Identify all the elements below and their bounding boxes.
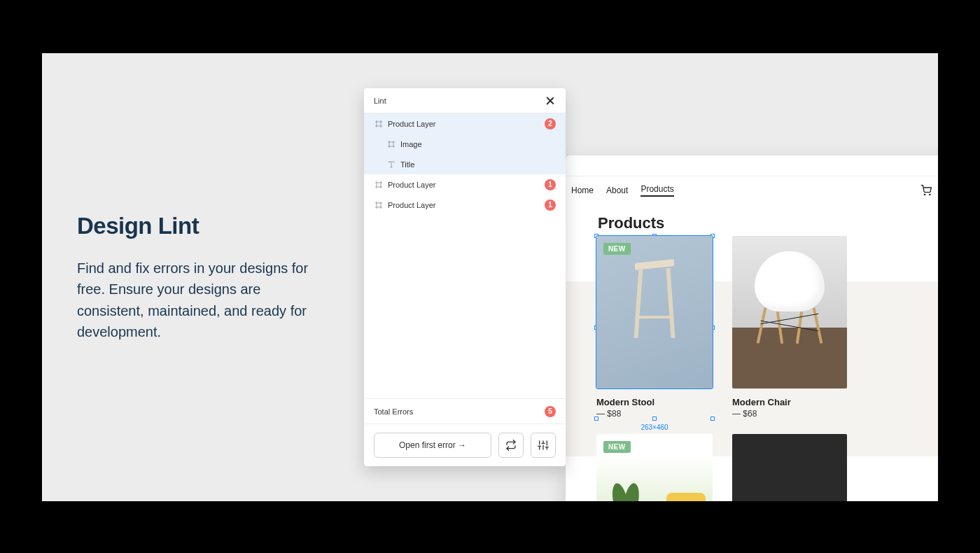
- product-card[interactable]: 263×460 NEW Modern Stool — $88: [596, 236, 713, 419]
- layer-row[interactable]: Product Layer1: [364, 195, 566, 215]
- settings-button[interactable]: [531, 433, 556, 458]
- svg-point-0: [924, 194, 925, 195]
- product-card[interactable]: NEW: [596, 434, 713, 501]
- frame-icon: [374, 119, 384, 129]
- layer-label: Product Layer: [388, 181, 545, 189]
- design-preview: Home About Products Products 263×460: [566, 155, 938, 501]
- svg-point-1: [930, 194, 930, 195]
- layer-row[interactable]: Image: [364, 134, 566, 154]
- product-card[interactable]: [732, 434, 847, 501]
- frame-icon: [386, 139, 396, 149]
- layer-row[interactable]: Product Layer1: [364, 174, 566, 195]
- frame-icon: [374, 180, 384, 190]
- preview-nav: Home About Products: [566, 176, 938, 204]
- product-image: [732, 434, 847, 501]
- stage: Design Lint Find and fix errors in your …: [42, 53, 938, 501]
- new-badge: NEW: [603, 243, 631, 255]
- nav-home[interactable]: Home: [571, 186, 594, 195]
- close-icon[interactable]: [545, 95, 556, 106]
- product-price: — $68: [732, 409, 847, 419]
- nav-about[interactable]: About: [606, 186, 628, 195]
- refresh-icon: [505, 440, 517, 451]
- total-errors-row: Total Errors 5: [364, 398, 566, 424]
- new-badge: NEW: [603, 441, 631, 453]
- product-grid: 263×460 NEW Modern Stool — $88 Modern Ch…: [596, 236, 847, 501]
- layer-label: Title: [400, 160, 556, 169]
- browser-topbar: [566, 155, 938, 176]
- cart-icon[interactable]: [920, 184, 932, 197]
- layer-label: Image: [400, 140, 556, 148]
- error-count-badge: 2: [545, 118, 556, 130]
- sliders-icon: [538, 440, 549, 451]
- total-errors-label: Total Errors: [374, 407, 413, 416]
- product-card[interactable]: Modern Chair — $68: [732, 236, 847, 419]
- stool-illustration: [635, 261, 674, 345]
- panel-header: Lint: [364, 88, 566, 113]
- product-image: NEW: [596, 236, 713, 388]
- product-title: Modern Chair: [732, 397, 847, 407]
- layer-label: Product Layer: [388, 120, 545, 128]
- panel-title: Lint: [374, 97, 386, 105]
- error-count-badge: 1: [545, 179, 556, 190]
- refresh-button[interactable]: [498, 433, 524, 458]
- marketing-body: Find and fix errors in your designs for …: [77, 258, 329, 343]
- nav-products[interactable]: Products: [640, 184, 673, 197]
- error-count-badge: 1: [545, 200, 556, 211]
- panel-actions: Open first error →: [364, 424, 566, 466]
- product-image: NEW: [596, 434, 713, 501]
- product-image: [732, 236, 847, 388]
- layer-list: Product Layer2ImageTitleProduct Layer1Pr…: [364, 113, 566, 215]
- total-errors-badge: 5: [545, 406, 556, 417]
- frame-icon: [374, 200, 384, 210]
- layer-label: Product Layer: [388, 201, 545, 209]
- lint-panel: Lint Product Layer2ImageTitleProduct Lay…: [364, 88, 566, 466]
- marketing-copy: Design Lint Find and fix errors in your …: [77, 213, 329, 343]
- selection-dimensions: 263×460: [640, 424, 668, 431]
- marketing-title: Design Lint: [77, 213, 329, 239]
- layer-row[interactable]: Title: [364, 154, 566, 174]
- chair-illustration: [748, 251, 832, 349]
- text-icon: [386, 160, 396, 169]
- layer-row[interactable]: Product Layer2: [364, 113, 566, 134]
- preview-page-title: Products: [566, 204, 938, 232]
- open-first-error-button[interactable]: Open first error →: [374, 433, 491, 458]
